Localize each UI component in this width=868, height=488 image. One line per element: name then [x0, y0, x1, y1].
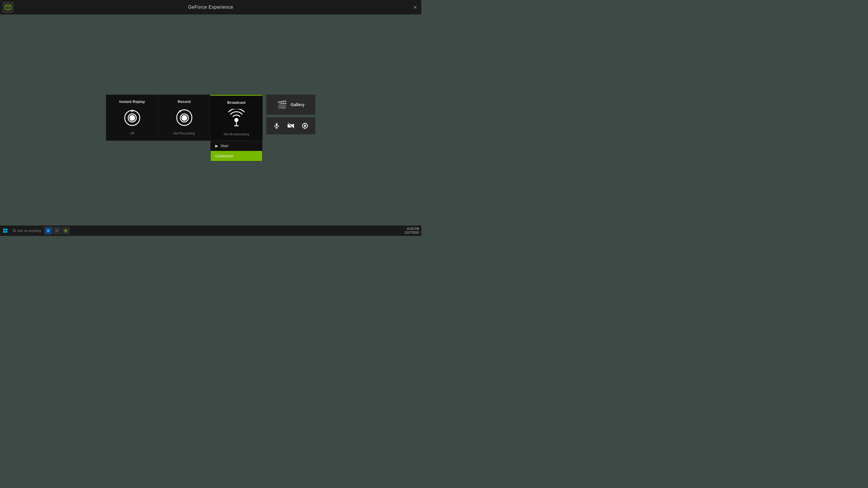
taskbar-item-2[interactable]	[53, 227, 61, 235]
svg-rect-19	[3, 231, 5, 233]
svg-point-28	[65, 230, 66, 232]
title-bar: GeForce Experience ×	[0, 0, 421, 14]
broadcast-start-item[interactable]: ▶ Start	[211, 141, 262, 151]
svg-point-0	[129, 115, 135, 121]
right-panel: 🎬 Gallery	[266, 95, 315, 134]
settings-button[interactable]	[300, 121, 310, 131]
app-logo	[3, 2, 13, 12]
start-play-icon: ▶	[215, 144, 218, 148]
cortana-search[interactable]: Ask me anything	[10, 229, 43, 232]
svg-rect-18	[5, 229, 7, 230]
gallery-icon: 🎬	[277, 100, 287, 109]
broadcast-start-label: Start	[220, 144, 228, 148]
mic-button[interactable]	[271, 121, 282, 131]
cards-container: Instant Replay Off	[106, 95, 315, 141]
taskbar-apps: F	[43, 227, 402, 235]
feature-cards: Instant Replay Off	[106, 95, 263, 141]
gallery-label: Gallery	[291, 102, 304, 107]
broadcast-icon	[226, 109, 247, 129]
record-card[interactable]: Record Not Recording	[158, 95, 210, 140]
svg-rect-20	[5, 231, 7, 233]
broadcast-card[interactable]: Broadcast	[210, 95, 262, 140]
taskbar-item-3[interactable]	[62, 227, 70, 235]
clock-time: 10:56 PM	[404, 227, 419, 231]
svg-point-6	[235, 118, 239, 122]
broadcast-customize-label: Customize	[215, 154, 233, 158]
main-content: Instant Replay Off	[0, 14, 421, 226]
search-label: Ask me anything	[18, 229, 41, 232]
broadcast-customize-item[interactable]: Customize	[211, 151, 262, 161]
instant-replay-card[interactable]: Instant Replay Off	[106, 95, 158, 140]
svg-point-16	[304, 125, 306, 127]
app-title: GeForce Experience	[188, 5, 233, 10]
tools-card	[266, 117, 315, 134]
system-tray: 10:56 PM 12/27/2016	[402, 227, 421, 234]
instant-replay-icon	[122, 108, 142, 128]
svg-line-22	[15, 231, 16, 232]
svg-rect-25	[55, 230, 59, 232]
svg-point-3	[181, 115, 187, 121]
broadcast-status: Not Broadcasting	[224, 132, 249, 136]
svg-rect-9	[276, 123, 277, 126]
windows-taskbar: Ask me anything F 10:56 PM 12/27/2016	[0, 226, 421, 236]
clock-date: 12/27/2016	[404, 231, 419, 234]
svg-marker-26	[55, 229, 59, 230]
taskbar-item-1[interactable]: F	[44, 227, 52, 235]
broadcast-title: Broadcast	[227, 100, 246, 105]
gallery-card[interactable]: 🎬 Gallery	[266, 95, 315, 115]
record-status: Not Recording	[174, 132, 195, 135]
camera-off-button[interactable]	[286, 121, 296, 131]
instant-replay-title: Instant Replay	[119, 99, 145, 104]
broadcast-dropdown: ▶ Start Customize	[210, 140, 262, 161]
svg-rect-17	[3, 229, 5, 230]
clock: 10:56 PM 12/27/2016	[404, 227, 419, 234]
start-button[interactable]	[0, 226, 10, 236]
record-icon	[174, 108, 194, 128]
instant-replay-status: Off	[130, 132, 134, 135]
record-title: Record	[178, 99, 191, 104]
svg-text:F: F	[48, 230, 49, 232]
close-button[interactable]: ×	[413, 4, 417, 10]
svg-point-21	[13, 229, 16, 232]
